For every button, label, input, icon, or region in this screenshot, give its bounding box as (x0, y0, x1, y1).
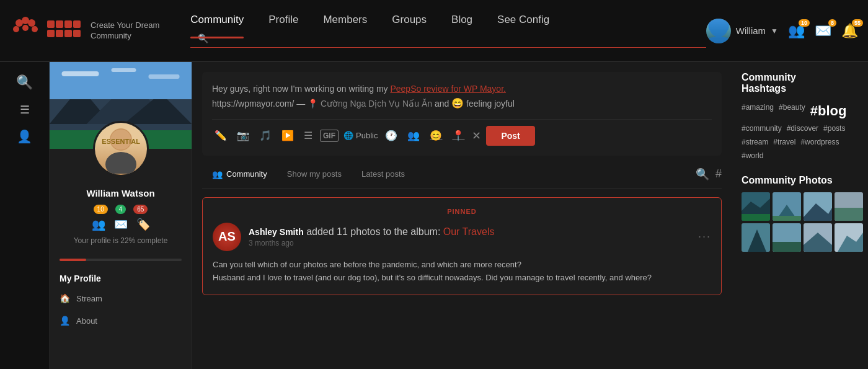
nav-link-config[interactable]: See Config (485, 14, 562, 25)
svg-rect-20 (50, 62, 192, 99)
svg-point-4 (22, 25, 29, 31)
composer-feeling: feeling joyful (464, 99, 515, 109)
hashtag-community[interactable]: #community (742, 124, 782, 133)
music-icon[interactable]: 🎵 (257, 127, 274, 144)
post-body: Can you tell which of our photos are bef… (213, 259, 711, 285)
profile-panel: ESSENTIAL William Watson 10 4 65 👥 ✉️ 🏷️… (50, 62, 192, 369)
emoji-icon[interactable]: 😊 (427, 127, 445, 144)
hashtag-discover[interactable]: #discover (787, 124, 818, 133)
nav-link-profile[interactable]: Profile (256, 14, 311, 25)
left-icon-sidebar: 🔍 ☰ 👤 (0, 62, 50, 369)
nav-search-bar[interactable]: 🔍 (190, 30, 706, 48)
visibility-selector[interactable]: 🌐 Public (343, 131, 378, 140)
nav-link-blog[interactable]: Blog (439, 14, 485, 25)
location-pin-icon[interactable]: 📍 (450, 127, 467, 144)
messages-icon[interactable]: ✉️ 8 (815, 23, 831, 39)
globe-icon: 🌐 (343, 131, 353, 140)
composer-toolbar: ✏️ 📷 🎵 ▶️ ☰ GIF 🌐 Public 🕐 👥 😊 📍 ✕ Post (212, 119, 712, 146)
list-icon[interactable]: ☰ (301, 127, 315, 144)
tab-community[interactable]: 👥 Community (202, 166, 277, 183)
svg-rect-7 (56, 20, 63, 28)
svg-rect-11 (56, 30, 63, 37)
post-action-text: added 11 photos to the album: (306, 226, 443, 237)
edit-icon[interactable]: ✏️ (212, 127, 229, 144)
stat-badge-1: 10 (94, 205, 108, 214)
about-icon: 👤 (60, 316, 70, 326)
nav-link-members[interactable]: Members (311, 14, 379, 25)
post-body-line1: Can you tell which of our photos are bef… (213, 259, 711, 272)
svg-rect-9 (73, 20, 81, 28)
friends-tag-icon[interactable]: 👥 (405, 127, 422, 144)
user-menu[interactable]: 👤 William ▼ (706, 19, 778, 43)
hashtag-amazing[interactable]: #amazing (742, 103, 774, 119)
svg-point-5 (32, 26, 38, 32)
photo-thumb-3[interactable] (804, 192, 832, 221)
brand-logo-icon (47, 17, 84, 42)
photo-thumb-5[interactable] (742, 223, 770, 252)
svg-text:ESSENTIAL: ESSENTIAL (102, 138, 140, 145)
nav-link-community[interactable]: Community (178, 14, 256, 25)
photo-thumb-4[interactable] (835, 192, 863, 221)
video-icon[interactable]: ▶️ (279, 127, 296, 144)
hashtag-wordpress[interactable]: #wordpress (800, 138, 839, 146)
hashtag-world[interactable]: #world (742, 151, 763, 160)
post-button[interactable]: Post (486, 126, 534, 146)
search-input[interactable] (212, 33, 274, 43)
composer-emoji: 😄 (451, 98, 464, 109)
photo-thumb-2[interactable] (773, 192, 801, 221)
tab-latest-posts[interactable]: Latest posts (352, 166, 415, 182)
photos-section-title: Community Photos (742, 175, 858, 186)
photo-thumb-6[interactable] (773, 223, 801, 252)
sidebar-search-icon[interactable]: 🔍 (16, 74, 33, 91)
photo-thumb-1[interactable] (742, 192, 770, 221)
pinned-label: PINNED (213, 208, 711, 215)
tag-action-icon[interactable]: 🏷️ (136, 218, 150, 231)
main-content-area: Hey guys, right now I'm working on writi… (192, 62, 732, 369)
close-button[interactable]: ✕ (472, 129, 481, 143)
chevron-down-icon: ▼ (771, 27, 778, 35)
svg-rect-13 (73, 30, 81, 37)
profile-info: William Watson 10 4 65 👥 ✉️ 🏷️ Your prof… (50, 183, 192, 255)
logo-tagline: Create Your Dream Community (91, 20, 159, 42)
friends-badge: 10 (799, 19, 810, 27)
post-more-button[interactable]: ··· (698, 230, 711, 243)
hashtag-posts[interactable]: #posts (823, 124, 845, 133)
notifications-badge: 55 (852, 19, 863, 27)
profile-sidebar-nav: My Profile 🏠 Stream 👤 About (50, 267, 192, 332)
photo-thumb-7[interactable] (804, 223, 832, 252)
photo-thumb-8[interactable] (835, 223, 863, 252)
feed-hashtag-icon[interactable]: # (715, 167, 722, 180)
composer-link[interactable]: PeepSo review for WP Mayor. (390, 84, 505, 94)
post-author: Ashley Smith (249, 227, 304, 237)
nav-link-groups[interactable]: Groups (379, 14, 439, 25)
friends-action-icon[interactable]: 👥 (92, 218, 105, 231)
hashtag-stream[interactable]: #stream (742, 138, 768, 146)
post-album-link[interactable]: Our Travels (443, 226, 495, 237)
hashtag-blog[interactable]: #blog (810, 103, 847, 119)
feed-search-icon[interactable]: 🔍 (696, 167, 709, 181)
visibility-label: Public (356, 131, 378, 140)
pinned-post: PINNED AS Ashley Smith added 11 photos t… (202, 197, 722, 295)
photo-icon[interactable]: 📷 (234, 127, 252, 144)
post-composer: Hey guys, right now I'm working on writi… (202, 72, 722, 156)
clock-icon[interactable]: 🕐 (383, 127, 400, 144)
hashtag-grid: #amazing #beauty #blog #community #disco… (742, 103, 858, 160)
svg-point-25 (105, 152, 136, 174)
hashtag-beauty[interactable]: #beauty (779, 103, 805, 119)
hashtag-travel[interactable]: #travel (773, 138, 795, 146)
profile-name: William Watson (60, 188, 182, 198)
post-author-line: Ashley Smith added 11 photos to the albu… (249, 226, 691, 238)
gif-icon[interactable]: GIF (320, 130, 339, 142)
message-action-icon[interactable]: ✉️ (114, 218, 128, 231)
friends-icon[interactable]: 👥 10 (788, 23, 805, 39)
composer-text: Hey guys, right now I'm working on writi… (212, 82, 712, 112)
nav-right-area: 👤 William ▼ 👥 10 ✉️ 8 🔔 55 (706, 19, 858, 43)
sidebar-menu-icon[interactable]: ☰ (20, 103, 30, 117)
sidebar-user-icon[interactable]: 👤 (17, 129, 32, 144)
avatar: 👤 (706, 19, 731, 43)
nav-item-about[interactable]: 👤 About (50, 309, 192, 332)
nav-item-stream[interactable]: 🏠 Stream (50, 287, 192, 309)
tab-my-posts[interactable]: Show my posts (277, 166, 352, 182)
notifications-icon[interactable]: 🔔 55 (841, 23, 858, 39)
post-header: AS Ashley Smith added 11 photos to the a… (213, 223, 711, 251)
